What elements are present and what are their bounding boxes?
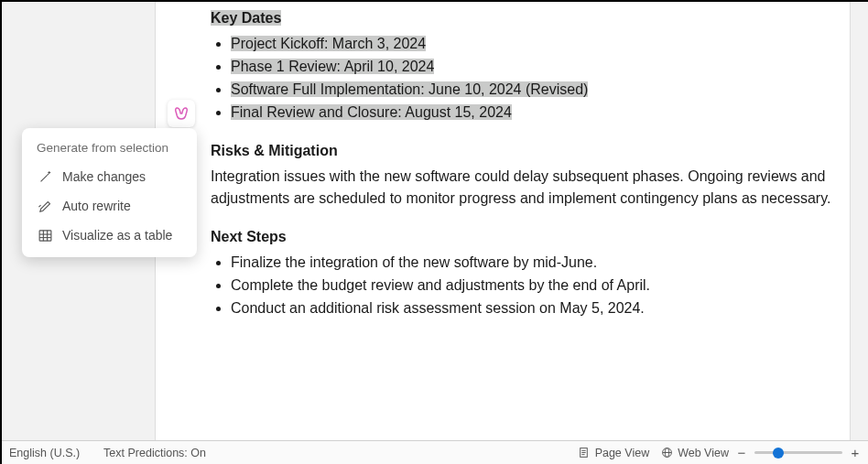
list-item: Project Kickoff: March 3, 2024 <box>231 33 833 55</box>
list-item: Phase 1 Review: April 10, 2024 <box>231 56 833 78</box>
ctx-item-label: Auto rewrite <box>62 199 131 213</box>
zoom-slider[interactable] <box>754 451 842 454</box>
ctx-item-make-changes[interactable]: Make changes <box>22 162 197 191</box>
list-item: Conduct an additional risk assessment se… <box>231 297 833 319</box>
copilot-icon <box>173 105 190 122</box>
copilot-button[interactable] <box>168 100 195 127</box>
context-menu-title: Generate from selection <box>22 139 197 162</box>
list-item: Complete the budget review and adjustmen… <box>231 275 833 297</box>
svg-rect-0 <box>39 230 51 240</box>
heading-risks: Risks & Mitigation <box>211 140 833 162</box>
page-view-button[interactable]: Page View <box>572 447 656 459</box>
wand-icon <box>37 168 53 185</box>
ctx-item-label: Visualize as a table <box>62 228 172 243</box>
list-item: Software Full Implementation: June 10, 2… <box>231 79 833 101</box>
table-icon <box>37 227 53 243</box>
status-bar: English (U.S.) Text Predictions: On Page… <box>2 440 868 464</box>
pen-icon <box>37 198 53 214</box>
document-page[interactable]: Key Dates Project Kickoff: March 3, 2024… <box>155 2 851 440</box>
heading-key-dates: Key Dates <box>211 7 833 29</box>
heading-next-steps: Next Steps <box>211 226 833 248</box>
web-view-button[interactable]: Web View <box>655 447 734 459</box>
ctx-item-label: Make changes <box>62 169 146 184</box>
zoom-thumb[interactable] <box>773 448 784 459</box>
status-language[interactable]: English (U.S.) <box>4 447 85 459</box>
status-text-predictions[interactable]: Text Predictions: On <box>98 447 212 459</box>
risks-body: Integration issues with the new software… <box>211 166 833 210</box>
key-dates-list: Project Kickoff: March 3, 2024 Phase 1 R… <box>211 33 833 124</box>
zoom-out-button[interactable]: − <box>734 445 749 460</box>
page-view-icon <box>578 447 591 459</box>
ctx-item-visualize-table[interactable]: Visualize as a table <box>22 221 197 250</box>
list-item: Finalize the integration of the new soft… <box>231 252 833 274</box>
ctx-item-auto-rewrite[interactable]: Auto rewrite <box>22 191 197 221</box>
list-item: Final Review and Closure: August 15, 202… <box>231 102 833 124</box>
copilot-context-menu: Generate from selection Make changes Aut… <box>22 128 197 257</box>
next-steps-list: Finalize the integration of the new soft… <box>211 252 833 319</box>
zoom-in-button[interactable]: + <box>848 445 863 460</box>
web-view-icon <box>660 447 673 459</box>
